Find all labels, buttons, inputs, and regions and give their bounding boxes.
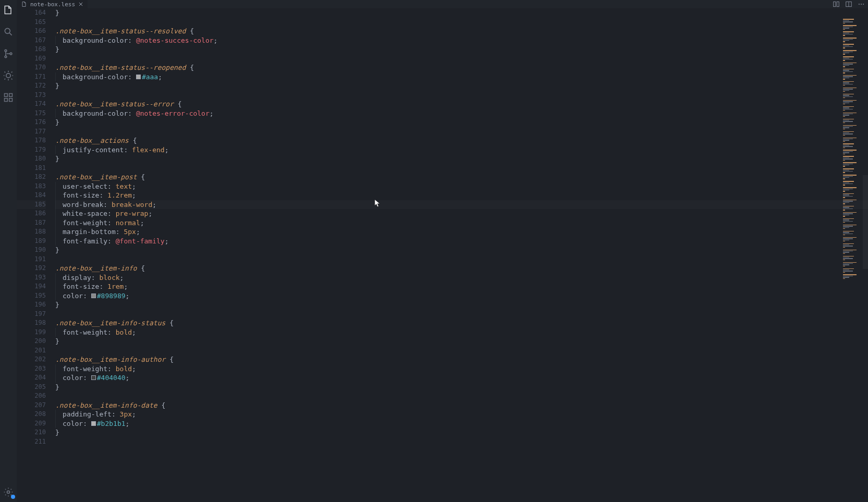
- code-line[interactable]: [55, 255, 868, 264]
- line-number: 202: [17, 355, 46, 364]
- line-number: 210: [17, 428, 46, 437]
- svg-point-2: [5, 56, 7, 58]
- code-line[interactable]: }: [55, 428, 868, 437]
- line-number: 198: [17, 319, 46, 328]
- tab-note-box-less[interactable]: note-box.less: [17, 0, 88, 8]
- debug-icon[interactable]: [3, 70, 14, 81]
- code-line[interactable]: }: [55, 337, 868, 346]
- compare-icon[interactable]: [833, 1, 840, 8]
- minimap[interactable]: [843, 18, 862, 502]
- code-line[interactable]: font-size: 1rem;: [55, 282, 868, 291]
- code-line[interactable]: margin-bottom: 5px;: [55, 227, 868, 237]
- main-column: note-box.less 164165166167: [17, 0, 868, 502]
- code-line[interactable]: }: [55, 8, 868, 18]
- svg-point-0: [5, 28, 10, 33]
- editor[interactable]: 1641651661671681691701711721731741751761…: [17, 8, 868, 502]
- line-number: 167: [17, 36, 46, 45]
- code-line[interactable]: font-weight: bold;: [55, 364, 868, 374]
- line-number: 201: [17, 346, 46, 356]
- code-line[interactable]: }: [55, 383, 868, 392]
- code-line[interactable]: }: [55, 300, 868, 310]
- code-line[interactable]: color: #404040;: [55, 373, 868, 383]
- code-line[interactable]: .note-box__item-info-status {: [55, 319, 868, 328]
- code-line[interactable]: color: #b2b1b1;: [55, 419, 868, 428]
- line-number: 177: [17, 127, 46, 137]
- svg-rect-11: [837, 2, 839, 6]
- line-number: 200: [17, 337, 46, 346]
- code-line[interactable]: color: #898989;: [55, 291, 868, 301]
- code-line[interactable]: white-space: pre-wrap;: [55, 209, 868, 218]
- line-number: 199: [17, 328, 46, 337]
- code-line[interactable]: background-color: @notes-succes-color;: [55, 36, 868, 45]
- code-line[interactable]: }: [55, 154, 868, 164]
- code-line[interactable]: [55, 18, 868, 27]
- split-editor-icon[interactable]: [845, 1, 852, 8]
- line-number: 204: [17, 373, 46, 383]
- code-line[interactable]: .note-box__item-info-author {: [55, 355, 868, 364]
- scrollbar[interactable]: [862, 8, 868, 493]
- code-line[interactable]: user-select: text;: [55, 182, 868, 191]
- code-line[interactable]: [55, 391, 868, 401]
- code-line[interactable]: [55, 127, 868, 137]
- code-line[interactable]: [55, 346, 868, 356]
- activity-bar-bottom: [3, 486, 14, 498]
- scrollbar-thumb[interactable]: [863, 175, 868, 269]
- svg-rect-6: [9, 94, 13, 97]
- settings-badge: [11, 495, 15, 499]
- line-number: 205: [17, 383, 46, 392]
- code-line[interactable]: }: [55, 45, 868, 54]
- line-number: 187: [17, 218, 46, 228]
- code-line[interactable]: }: [55, 118, 868, 127]
- code-area[interactable]: }.note-box__item-status--resolved {backg…: [55, 8, 868, 502]
- code-line[interactable]: font-weight: normal;: [55, 218, 868, 228]
- svg-rect-7: [5, 99, 8, 102]
- code-line[interactable]: font-family: @font-family;: [55, 237, 868, 246]
- code-line[interactable]: .note-box__item-status--resolved {: [55, 27, 868, 36]
- line-number: 207: [17, 401, 46, 410]
- code-line[interactable]: display: block;: [55, 273, 868, 283]
- line-number: 164: [17, 8, 46, 18]
- line-number: 176: [17, 118, 46, 127]
- tab-bar-left: note-box.less: [17, 0, 88, 8]
- code-line[interactable]: }: [55, 81, 868, 91]
- line-number: 180: [17, 154, 46, 164]
- code-line[interactable]: justify-content: flex-end;: [55, 145, 868, 155]
- file-icon: [21, 1, 27, 7]
- code-line[interactable]: font-size: 1.2rem;: [55, 191, 868, 200]
- tab-file-name: note-box.less: [30, 1, 75, 8]
- line-number: 182: [17, 173, 46, 182]
- code-line[interactable]: background-color: @notes-error-color;: [55, 109, 868, 118]
- svg-point-1: [5, 50, 7, 52]
- code-line[interactable]: [55, 437, 868, 447]
- line-number: 196: [17, 300, 46, 310]
- tab-bar: note-box.less: [17, 0, 868, 8]
- code-line[interactable]: [55, 54, 868, 64]
- extensions-icon[interactable]: [3, 92, 14, 103]
- code-line[interactable]: padding-left: 3px;: [55, 410, 868, 419]
- line-number: 190: [17, 246, 46, 255]
- code-line[interactable]: word-break: break-word;: [55, 200, 868, 210]
- code-line[interactable]: .note-box__item-post {: [55, 173, 868, 182]
- code-line[interactable]: .note-box__item-status--reopened {: [55, 63, 868, 72]
- svg-point-9: [7, 491, 10, 494]
- line-number: 203: [17, 364, 46, 374]
- explorer-icon[interactable]: [3, 4, 14, 16]
- code-line[interactable]: [55, 310, 868, 319]
- code-line[interactable]: [55, 91, 868, 100]
- code-line[interactable]: [55, 164, 868, 173]
- code-line[interactable]: background-color: #aaa;: [55, 72, 868, 82]
- activity-bar: [0, 0, 17, 502]
- code-line[interactable]: }: [55, 246, 868, 255]
- close-icon[interactable]: [78, 2, 83, 7]
- settings-gear-icon[interactable]: [3, 486, 14, 498]
- code-line[interactable]: .note-box__item-info-date {: [55, 401, 868, 410]
- search-icon[interactable]: [3, 26, 14, 38]
- code-line[interactable]: .note-box__item-info {: [55, 264, 868, 273]
- source-control-icon[interactable]: [3, 48, 14, 59]
- code-line[interactable]: font-weight: bold;: [55, 328, 868, 337]
- code-line[interactable]: .note-box__actions {: [55, 136, 868, 145]
- line-number: 173: [17, 91, 46, 100]
- code-line[interactable]: .note-box__item-status--error {: [55, 100, 868, 109]
- app-root: note-box.less 164165166167: [0, 0, 868, 502]
- more-actions-icon[interactable]: [858, 1, 865, 8]
